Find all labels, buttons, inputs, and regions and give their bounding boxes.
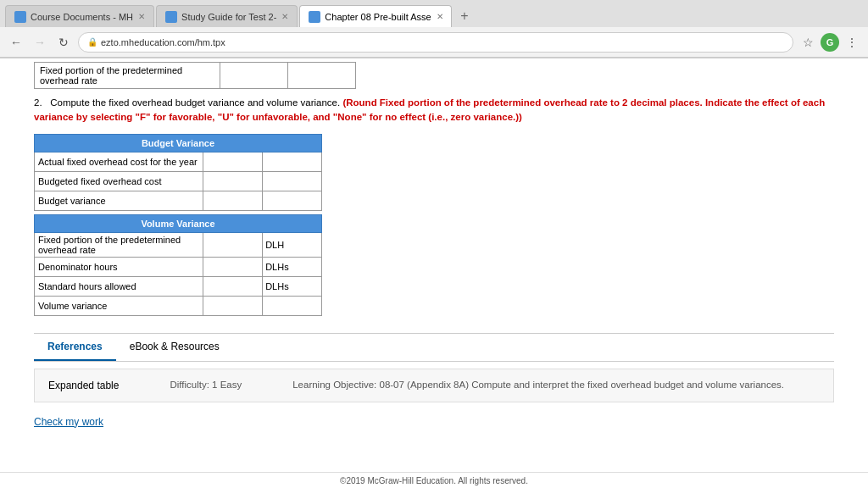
references-tab[interactable]: References — [34, 334, 116, 361]
actual-fixed-label: Actual fixed overhead cost for the year — [35, 152, 203, 171]
fixed-overhead-input-1[interactable] — [220, 63, 288, 89]
actual-fixed-input-2[interactable] — [263, 152, 322, 171]
budget-variance-label: Budget variance — [35, 191, 203, 210]
page-content: Fixed portion of the predetermined overh… — [0, 58, 868, 488]
bookmark-button[interactable]: ☆ — [798, 33, 817, 52]
tab-favicon-2 — [165, 11, 177, 23]
question-2-text: 2. Compute the fixed overhead budget var… — [34, 96, 834, 125]
budgeted-fixed-label: Budgeted fixed overhead cost — [35, 171, 203, 191]
check-my-work-link[interactable]: Check my work — [34, 416, 103, 428]
fixed-portion-input[interactable] — [203, 232, 263, 257]
browser-chrome: Course Documents - MH ✕ Study Guide for … — [0, 0, 868, 58]
fixed-portion-label: Fixed portion of the predetermined overh… — [35, 232, 203, 257]
difficulty-text: Difficulty: 1 Easy — [170, 380, 242, 390]
budgeted-fixed-field-1[interactable] — [207, 174, 259, 189]
standard-hours-unit: DLHs — [263, 276, 322, 296]
close-tab-3[interactable]: ✕ — [437, 12, 443, 21]
browser-toolbar: ← → ↻ 🔒 ezto.mheducation.com/hm.tpx ☆ G … — [0, 27, 868, 58]
volume-header-row: Volume Variance — [35, 214, 322, 232]
standard-hours-field[interactable] — [207, 279, 259, 294]
address-bar[interactable]: 🔒 ezto.mheducation.com/hm.tpx — [78, 32, 793, 53]
denominator-hours-field[interactable] — [207, 259, 259, 274]
footer-text: ©2019 McGraw-Hill Education. All rights … — [340, 476, 528, 485]
actual-fixed-field-1[interactable] — [207, 154, 259, 169]
tab-label-1: Course Documents - MH — [31, 12, 133, 22]
volume-variance-field-1[interactable] — [207, 298, 259, 313]
new-tab-button[interactable]: + — [453, 5, 475, 27]
table-row: Volume variance — [35, 296, 322, 315]
budget-variance-header: Budget Variance — [35, 134, 322, 152]
table-row: Budgeted fixed overhead cost — [35, 171, 322, 191]
budget-variance-table: Budget Variance Actual fixed overhead co… — [34, 134, 322, 211]
denominator-hours-unit: DLHs — [263, 257, 322, 276]
fixed-portion-unit: DLH — [263, 232, 322, 257]
denominator-hours-label: Denominator hours — [35, 257, 203, 276]
top-table-partial: Fixed portion of the predetermined overh… — [34, 62, 834, 89]
partial-table: Fixed portion of the predetermined overh… — [34, 62, 356, 89]
volume-variance-label: Volume variance — [35, 296, 203, 315]
table-row: Fixed portion of the predetermined overh… — [35, 232, 322, 257]
standard-hours-input[interactable] — [203, 276, 263, 296]
budget-variance-input-1[interactable] — [203, 191, 263, 210]
main-content: Fixed portion of the predetermined overh… — [0, 62, 868, 445]
expanded-table-label: Expanded table — [48, 380, 119, 391]
menu-button[interactable]: ⋮ — [843, 33, 861, 52]
table-row: Actual fixed overhead cost for the year — [35, 152, 322, 171]
tab-study-guide[interactable]: Study Guide for Test 2- ✕ — [156, 5, 298, 27]
url-text: ezto.mheducation.com/hm.tpx — [101, 37, 225, 47]
page-footer: ©2019 McGraw-Hill Education. All rights … — [0, 472, 868, 488]
table-row: Denominator hours DLHs — [35, 257, 322, 276]
volume-variance-header: Volume Variance — [35, 214, 322, 232]
question-2-section: 2. Compute the fixed overhead budget var… — [34, 96, 834, 316]
standard-hours-label: Standard hours allowed — [35, 276, 203, 296]
actual-fixed-field-2[interactable] — [266, 154, 318, 169]
table-row: Standard hours allowed DLHs — [35, 276, 322, 296]
references-section: References eBook & Resources Expanded ta… — [34, 333, 834, 402]
table-row: Fixed portion of the predetermined overh… — [35, 63, 356, 89]
budget-header-row: Budget Variance — [35, 134, 322, 152]
ebook-resources-tab[interactable]: eBook & Resources — [116, 334, 233, 361]
tab-label-3: Chapter 08 Pre-built Asse — [325, 12, 431, 22]
tab-chapter08[interactable]: Chapter 08 Pre-built Asse ✕ — [299, 5, 452, 27]
budget-variance-field-1[interactable] — [207, 193, 259, 208]
close-tab-2[interactable]: ✕ — [281, 12, 288, 21]
volume-variance-field-2[interactable] — [266, 298, 318, 313]
fixed-overhead-input-field-2[interactable] — [293, 68, 350, 83]
budget-variance-input-2[interactable] — [263, 191, 322, 210]
tab-course-documents[interactable]: Course Documents - MH ✕ — [5, 5, 154, 27]
expanded-table-section: Expanded table Difficulty: 1 Easy Learni… — [34, 369, 834, 402]
budgeted-fixed-field-2[interactable] — [266, 174, 318, 189]
fixed-portion-field[interactable] — [207, 237, 259, 252]
question-number: 2. — [34, 97, 42, 108]
budgeted-fixed-input-2[interactable] — [263, 171, 322, 191]
table-row: Budget variance — [35, 191, 322, 210]
lock-icon: 🔒 — [87, 37, 97, 47]
fixed-overhead-label: Fixed portion of the predetermined overh… — [35, 63, 220, 89]
volume-variance-table: Volume Variance Fixed portion of the pre… — [34, 214, 322, 316]
reload-button[interactable]: ↻ — [54, 33, 73, 52]
actual-fixed-input-1[interactable] — [203, 152, 263, 171]
user-avatar: G — [821, 33, 839, 52]
budgeted-fixed-input-1[interactable] — [203, 171, 263, 191]
learning-objective-text: Learning Objective: 08-07 (Appendix 8A) … — [292, 380, 784, 390]
forward-button[interactable]: → — [31, 33, 49, 52]
tab-bar: Course Documents - MH ✕ Study Guide for … — [0, 0, 868, 27]
fixed-overhead-input-field-1[interactable] — [225, 68, 282, 83]
references-tabs: References eBook & Resources — [34, 334, 834, 362]
tab-favicon-1 — [14, 11, 26, 23]
close-tab-1[interactable]: ✕ — [138, 12, 145, 21]
denominator-hours-input[interactable] — [203, 257, 263, 276]
tab-label-2: Study Guide for Test 2- — [181, 12, 276, 22]
budget-variance-field-2[interactable] — [266, 193, 318, 208]
back-button[interactable]: ← — [7, 33, 25, 52]
question-prefix: Compute the fixed overhead budget varian… — [50, 97, 340, 108]
volume-variance-input-2[interactable] — [263, 296, 322, 315]
browser-actions: ☆ G ⋮ — [798, 33, 861, 52]
tab-favicon-3 — [309, 11, 320, 23]
volume-variance-input-1[interactable] — [203, 296, 263, 315]
fixed-overhead-input-2[interactable] — [288, 63, 356, 89]
